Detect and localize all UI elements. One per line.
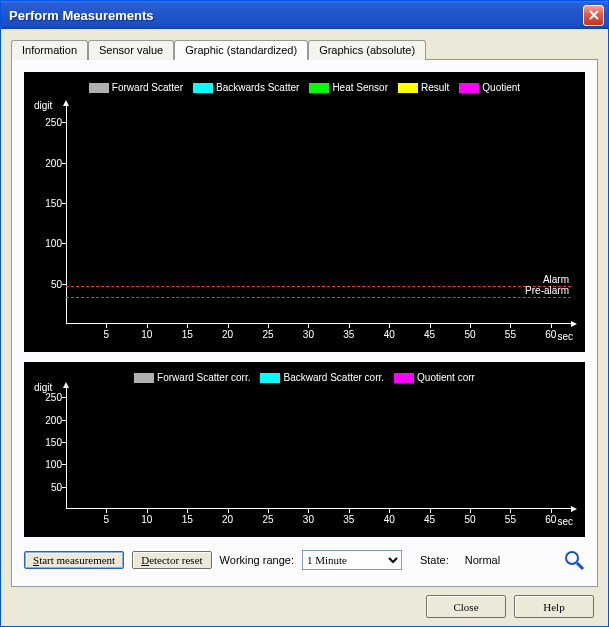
working-range-select[interactable]: 1 Minute [302,550,402,570]
legend-item: Backwards Scatter [193,82,299,93]
legend-item: Forward Scatter [89,82,183,93]
detector-reset-button[interactable]: Detector reset [132,551,211,569]
x-axis-label: sec [557,516,573,527]
chart-legend-bottom: Forward Scatter corr.Backward Scatter co… [24,366,585,383]
legend-swatch [193,83,213,93]
y-axis-label: digit [34,100,52,111]
window: Perform Measurements Information Sensor … [0,0,609,627]
legend-label: Quotient [482,82,520,93]
threshold-label: Alarm [543,274,569,285]
legend-item: Backward Scatter corr. [260,372,384,383]
arrow-up-icon [63,100,69,106]
legend-swatch [394,373,414,383]
legend-swatch [134,373,154,383]
help-button[interactable]: Help [514,595,594,618]
legend-label: Forward Scatter corr. [157,372,250,383]
legend-swatch [309,83,329,93]
legend-swatch [260,373,280,383]
state-label: State: [420,554,449,566]
tab-panel: Forward ScatterBackwards ScatterHeat Sen… [11,59,598,587]
close-button[interactable]: Close [426,595,506,618]
y-axis-line [66,106,67,324]
threshold-label: Pre-alarm [525,285,569,296]
legend-item: Quotient [459,82,520,93]
chart-legend-top: Forward ScatterBackwards ScatterHeat Sen… [24,76,585,93]
legend-swatch [89,83,109,93]
client-area: Information Sensor value Graphic (standa… [1,29,608,626]
titlebar[interactable]: Perform Measurements [1,1,608,29]
tab-strip: Information Sensor value Graphic (standa… [11,39,598,59]
x-axis-line [66,508,571,509]
magnifier-icon[interactable] [563,549,585,571]
controls-row: Start measurement Detector reset Working… [24,547,585,571]
tab-graphics-absolute[interactable]: Graphics (absolute) [308,40,426,60]
start-label-rest: tart measurement [39,554,115,566]
window-title: Perform Measurements [9,8,154,23]
close-icon[interactable] [583,5,604,26]
legend-label: Forward Scatter [112,82,183,93]
state-value: Normal [465,554,500,566]
start-measurement-button[interactable]: Start measurement [24,551,124,569]
chart-standardized-top: Forward ScatterBackwards ScatterHeat Sen… [24,72,585,352]
legend-label: Quotient corr [417,372,475,383]
reset-label-rest: etector reset [149,554,202,566]
svg-line-1 [577,563,583,569]
legend-item: Forward Scatter corr. [134,372,250,383]
chart-standardized-bottom: Forward Scatter corr.Backward Scatter co… [24,362,585,537]
tab-information[interactable]: Information [11,40,88,60]
dialog-buttons: Close Help [11,587,598,618]
working-range-label: Working range: [220,554,294,566]
legend-swatch [398,83,418,93]
tab-graphic-standardized[interactable]: Graphic (standardized) [174,40,308,60]
threshold-line [66,286,571,287]
plot-area-bottom: sec 501001502002505101520253035404550556… [66,388,571,509]
legend-label: Backwards Scatter [216,82,299,93]
legend-label: Heat Sensor [332,82,388,93]
tab-sensor-value[interactable]: Sensor value [88,40,174,60]
arrow-up-icon [63,382,69,388]
legend-label: Backward Scatter corr. [283,372,384,383]
arrow-right-icon [571,321,577,327]
plot-area-top: sec 501001502002505101520253035404550556… [66,106,571,324]
x-axis-line [66,323,571,324]
threshold-line [66,297,571,298]
legend-swatch [459,83,479,93]
legend-item: Quotient corr [394,372,475,383]
legend-label: Result [421,82,449,93]
legend-item: Heat Sensor [309,82,388,93]
arrow-right-icon [571,506,577,512]
legend-item: Result [398,82,449,93]
y-axis-line [66,388,67,509]
svg-point-0 [566,552,578,564]
x-axis-label: sec [557,331,573,342]
